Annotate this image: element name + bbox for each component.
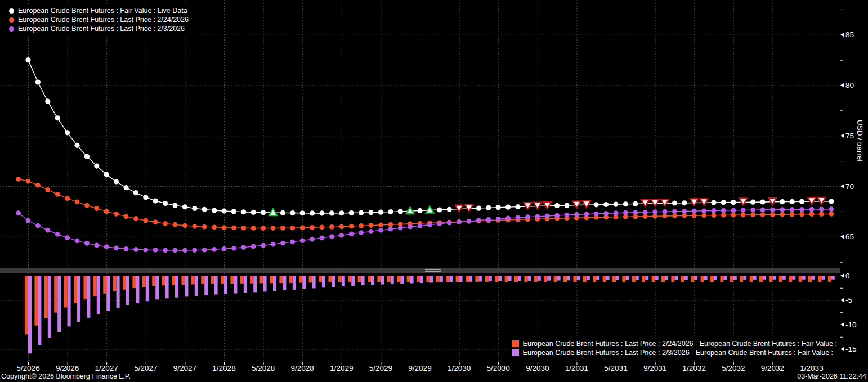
- red-down-triangle-icon: [543, 202, 551, 209]
- legend-label: European Crude Brent Futures : Last Pric…: [18, 24, 185, 33]
- x-axis-label: 1/2030: [448, 364, 471, 372]
- red-down-triangle-icon: [651, 200, 659, 206]
- spread-2-3-square-swatch: [512, 349, 519, 356]
- x-axis-label: 9/2026: [56, 364, 79, 372]
- x-axis-label: 1/2027: [95, 364, 118, 372]
- svg-text:-10: -10: [845, 321, 857, 329]
- red-down-triangle-icon: [661, 199, 669, 206]
- x-axis-label: 1/2029: [330, 364, 353, 372]
- x-axis-label: 1/2032: [683, 364, 706, 372]
- x-axis-label: 5/2031: [604, 364, 627, 372]
- x-axis-label: 5/2026: [16, 364, 39, 372]
- legend-top: European Crude Brent Futures : Fair Valu…: [5, 5, 194, 36]
- legend-label: European Crude Brent Futures : Last Pric…: [523, 348, 833, 357]
- legend-label: European Crude Brent Futures : Last Pric…: [18, 15, 189, 24]
- red-down-triangle-icon: [817, 197, 825, 204]
- x-axis-label: 9/2031: [643, 364, 666, 372]
- svg-text:80: 80: [845, 81, 854, 89]
- clock-timestamp: 03-Mar-2026 11:22:44: [797, 372, 866, 380]
- red-down-triangle-icon: [768, 198, 776, 205]
- svg-text:70: 70: [845, 182, 854, 191]
- svg-text:85: 85: [845, 30, 854, 39]
- legend-item-last-price-2-24[interactable]: European Crude Brent Futures : Last Pric…: [9, 15, 189, 24]
- last-price-2-24-dot-swatch: [9, 17, 14, 23]
- x-axis-label: 5/2027: [134, 364, 157, 372]
- red-down-triangle-icon: [465, 205, 473, 212]
- red-down-triangle-icon: [534, 203, 542, 209]
- green-up-triangle-icon: [426, 206, 433, 213]
- x-axis-label: 9/2030: [526, 364, 549, 372]
- svg-text:-15: -15: [845, 345, 857, 353]
- legend-item-spread-2-24[interactable]: European Crude Brent Futures : Last Pric…: [512, 339, 837, 348]
- panel-divider[interactable]: [0, 268, 840, 273]
- x-axis-label: 9/2028: [291, 364, 314, 372]
- x-axis-label: 1/2031: [565, 364, 588, 372]
- x-axis-label: 5/2032: [722, 364, 745, 372]
- last-price-2-3-dot-swatch: [9, 26, 14, 32]
- svg-text:65: 65: [845, 232, 854, 241]
- green-up-triangle-icon: [269, 209, 277, 215]
- last-price-2-24-series[interactable]: [16, 177, 834, 231]
- x-axis-label: 5/2029: [369, 364, 392, 372]
- green-up-triangle-icon: [406, 207, 414, 214]
- x-axis-label: 1/2033: [800, 364, 823, 372]
- red-down-triangle-icon: [583, 201, 590, 208]
- legend-item-spread-2-3[interactable]: European Crude Brent Futures : Last Pric…: [512, 348, 837, 357]
- x-axis-label: 5/2028: [252, 364, 275, 372]
- panel-divider-handle[interactable]: [425, 269, 441, 272]
- x-axis-label: 9/2032: [761, 364, 784, 372]
- svg-text:0: 0: [845, 272, 850, 280]
- legend-label: European Crude Brent Futures : Last Pric…: [523, 339, 837, 348]
- fair-value-series[interactable]: [25, 57, 834, 216]
- legend-item-last-price-2-3[interactable]: European Crude Brent Futures : Last Pric…: [9, 24, 189, 33]
- gridlines: [0, 0, 840, 361]
- legend-label: European Crude Brent Futures : Fair Valu…: [18, 6, 187, 15]
- x-axis-label: 9/2027: [173, 364, 196, 372]
- red-down-triangle-icon: [700, 199, 708, 205]
- red-down-triangle-icon: [572, 201, 580, 208]
- legend-item-fair-value[interactable]: European Crude Brent Futures : Fair Valu…: [9, 6, 189, 15]
- legend-bottom: European Crude Brent Futures : Last Pric…: [508, 338, 839, 359]
- red-down-triangle-icon: [641, 200, 649, 206]
- x-axis-label: 9/2029: [408, 364, 431, 372]
- spread-2-24-square-swatch: [512, 340, 519, 347]
- red-down-triangle-icon: [808, 197, 816, 204]
- futures-chart-canvas[interactable]: 85807570650-5-10-155/20269/20261/20275/2…: [0, 0, 868, 382]
- red-down-triangle-icon: [690, 199, 698, 205]
- copyright-text: Copyright© 2026 Bloomberg Finance L.P.: [1, 372, 131, 380]
- svg-text:75: 75: [845, 132, 854, 140]
- red-down-triangle-icon: [524, 203, 531, 209]
- red-down-triangle-icon: [455, 205, 463, 212]
- fair-value-dot-swatch: [9, 8, 14, 14]
- bloomberg-futures-chart-window: 85807570650-5-10-155/20269/20261/20275/2…: [0, 0, 868, 382]
- red-down-triangle-icon: [739, 198, 747, 205]
- y-axis-title: USD / barrel: [853, 87, 866, 194]
- svg-text:-5: -5: [845, 296, 852, 304]
- x-axis-label: 5/2030: [487, 364, 510, 372]
- x-axis-label: 1/2028: [212, 364, 235, 372]
